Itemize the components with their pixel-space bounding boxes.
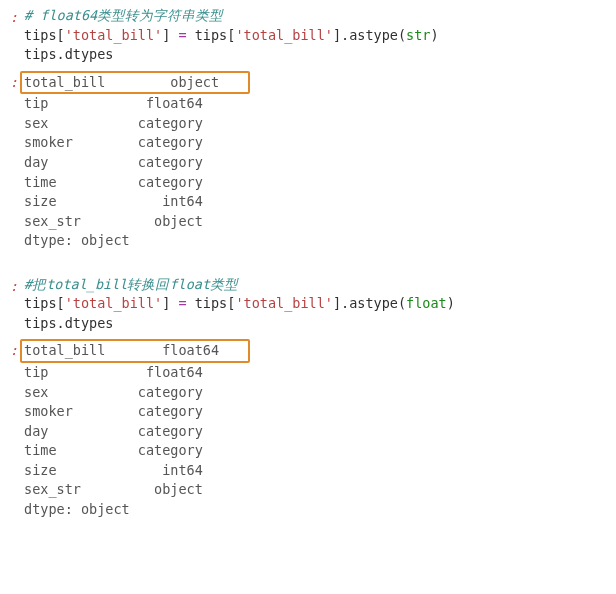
- highlight-row: total_bill float64: [24, 342, 219, 358]
- code-line-1: tips['total_bill'] = tips['total_bill'].…: [24, 26, 606, 46]
- prompt-marker: :: [0, 275, 24, 297]
- highlight-box-1: total_bill float64: [20, 339, 250, 363]
- code-content-0[interactable]: # float64类型转为字符串类型 tips['total_bill'] = …: [24, 6, 616, 65]
- dtype-rows-0: tip float64 sex category smoker category…: [24, 94, 606, 231]
- prompt-marker: :: [0, 6, 24, 28]
- cell-gap: [0, 257, 616, 275]
- dtype-footer-1: dtype: object: [24, 500, 606, 520]
- code-content-1[interactable]: #把total_bill转换回float类型 tips['total_bill'…: [24, 275, 616, 334]
- code-comment: # float64类型转为字符串类型: [24, 7, 223, 23]
- code-line-2: tips.dtypes: [24, 45, 606, 65]
- code-line-comment: # float64类型转为字符串类型: [24, 6, 606, 26]
- dtype-footer-0: dtype: object: [24, 231, 606, 251]
- highlight-col-type: object: [170, 74, 219, 90]
- output-content-0: total_bill object tip float64 sex catego…: [24, 71, 616, 251]
- highlight-col-name: total_bill: [24, 74, 105, 90]
- dtype-rows-1: tip float64 sex category smoker category…: [24, 363, 606, 500]
- code-comment: #把total_bill转换回float类型: [24, 276, 238, 292]
- notebook-page: : # float64类型转为字符串类型 tips['total_bill'] …: [0, 0, 616, 536]
- highlight-row: total_bill object: [24, 74, 219, 90]
- highlight-col-type: float64: [162, 342, 219, 358]
- code-line-2: tips.dtypes: [24, 314, 606, 334]
- highlight-box-0: total_bill object: [20, 71, 250, 95]
- code-line-1: tips['total_bill'] = tips['total_bill'].…: [24, 294, 606, 314]
- code-cell-0: : # float64类型转为字符串类型 tips['total_bill'] …: [0, 6, 616, 65]
- highlight-col-name: total_bill: [24, 342, 105, 358]
- code-cell-1: : #把total_bill转换回float类型 tips['total_bil…: [0, 275, 616, 334]
- code-line-comment: #把total_bill转换回float类型: [24, 275, 606, 295]
- output-content-1: total_bill float64 tip float64 sex categ…: [24, 339, 616, 519]
- output-cell-0: : total_bill object tip float64 sex cate…: [0, 71, 616, 251]
- output-cell-1: : total_bill float64 tip float64 sex cat…: [0, 339, 616, 519]
